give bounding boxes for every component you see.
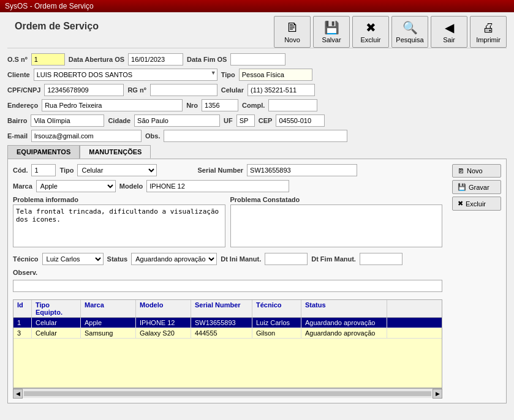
scroll-track[interactable] — [24, 391, 431, 396]
bairro-label: Bairro — [7, 117, 27, 124]
obs-main-input[interactable] — [164, 130, 347, 142]
nro-input[interactable] — [202, 99, 238, 111]
col-header-tipo: Tipo Equipto. — [32, 300, 81, 317]
row-cliente: Cliente ▼ Tipo — [7, 69, 507, 81]
bairro-input[interactable] — [31, 114, 104, 127]
table-row[interactable]: 1 Celular Apple IPHONE 12 SW13655893 Lui… — [13, 318, 442, 328]
cell-id: 1 — [13, 318, 32, 328]
sair-label: Sair — [443, 36, 455, 43]
obs-main-label: Obs. — [145, 132, 160, 140]
observ-input[interactable] — [13, 280, 442, 292]
imprimir-icon: 🖨 — [482, 21, 494, 35]
equip-tipo-select[interactable]: Celular — [77, 164, 157, 176]
cliente-label: Cliente — [7, 71, 30, 78]
problema-constatado-section: Problema Constatado — [230, 196, 443, 249]
cep-input[interactable] — [276, 114, 325, 127]
compl-input[interactable] — [268, 99, 317, 111]
status-select[interactable]: Aguardando aprovação — [131, 253, 217, 265]
email-label: E-mail — [7, 132, 28, 140]
novo-button[interactable]: 🖹 Novo — [274, 16, 311, 48]
excluir-button[interactable]: ✖ Excluir — [352, 16, 389, 48]
dt-fim-input[interactable] — [360, 253, 403, 265]
cell-modelo: IPHONE 12 — [136, 318, 191, 328]
dt-ini-input[interactable] — [265, 253, 308, 265]
sair-button[interactable]: ◀ Sair — [431, 16, 467, 48]
horizontal-scrollbar[interactable]: ◀ ▶ — [13, 388, 442, 398]
equip-gravar-label: Gravar — [469, 184, 489, 191]
cell-id: 3 — [13, 328, 32, 338]
col-header-tecnico: Técnico — [252, 300, 301, 317]
data-fim-input[interactable] — [230, 53, 285, 66]
os-num-label: O.S nº — [7, 56, 28, 63]
os-num-input[interactable] — [31, 53, 65, 66]
cliente-input[interactable] — [34, 69, 217, 81]
equip-tipo-label: Tipo — [59, 167, 74, 174]
equip-marca-select[interactable]: Apple — [36, 180, 116, 192]
cell-tecnico: Luiz Carlos — [252, 318, 301, 328]
cliente-dropdown-icon: ▼ — [211, 70, 216, 76]
tipo-input[interactable] — [239, 69, 312, 81]
data-abertura-input[interactable] — [128, 53, 183, 66]
col-header-status: Status — [301, 300, 387, 317]
endereco-input[interactable] — [42, 99, 183, 111]
equip-modelo-label: Modelo — [119, 182, 143, 190]
equip-novo-label: Novo — [467, 167, 483, 174]
col-header-serial: Serial Number — [191, 300, 252, 317]
pesquisa-icon: 🔍 — [403, 20, 418, 35]
equip-gravar-button[interactable]: 💾 Gravar — [452, 180, 501, 194]
email-input[interactable] — [31, 130, 142, 142]
equip-form: Cód. Tipo Celular Serial Number — [13, 164, 442, 398]
equip-novo-icon: 🖹 — [458, 167, 464, 174]
cidade-input[interactable] — [134, 114, 220, 127]
problema-informado-input[interactable]: Tela frontal trincada, dificultando a vi… — [13, 204, 225, 247]
celular-input[interactable] — [248, 84, 315, 96]
problema-informado-label: Problema informado — [13, 196, 225, 203]
rg-input[interactable] — [150, 84, 217, 96]
table-row[interactable]: 3 Celular Samsung Galaxy S20 444555 Gils… — [13, 328, 442, 339]
celular-label: Celular — [221, 86, 244, 94]
dt-fim-label: Dt Fim Manut. — [311, 255, 356, 263]
problema-constatado-input[interactable] — [230, 204, 443, 247]
equip-excluir-button[interactable]: ✖ Excluir — [452, 197, 501, 211]
row-os: O.S nº Data Abertura OS Data Fim OS — [7, 53, 507, 66]
cell-tipo: Celular — [32, 318, 81, 328]
equip-excluir-label: Excluir — [466, 200, 486, 208]
equip-excluir-icon: ✖ — [458, 200, 463, 208]
tab-manutencoes[interactable]: MANUTENÇÕES — [80, 145, 151, 159]
excluir-label: Excluir — [360, 36, 380, 43]
novo-icon: 🖹 — [286, 21, 298, 35]
main-window: Ordem de Serviço 🖹 Novo 💾 Salvar ✖ Exclu… — [0, 12, 514, 420]
tecnico-label: Técnico — [13, 255, 39, 263]
col-header-modelo: Modelo — [136, 300, 191, 317]
salvar-button[interactable]: 💾 Salvar — [313, 16, 350, 48]
nro-label: Nro — [186, 102, 198, 109]
imprimir-button[interactable]: 🖨 Imprimir — [470, 16, 507, 48]
tab-equipamentos[interactable]: EQUIPAMENTOS — [7, 145, 80, 159]
cell-serial: SW13655893 — [191, 318, 252, 328]
equip-row-problema: Problema informado Tela frontal trincada… — [13, 196, 442, 249]
imprimir-label: Imprimir — [476, 36, 501, 43]
equip-row-cod: Cód. Tipo Celular Serial Number — [13, 164, 442, 176]
row-endereco: Endereço Nro Compl. — [7, 99, 507, 111]
grid-empty-area — [13, 339, 442, 388]
equip-cod-label: Cód. — [13, 167, 28, 174]
equip-modelo-input[interactable] — [146, 180, 289, 192]
grid-header: Id Tipo Equipto. Marca Modelo Serial Num… — [13, 300, 442, 318]
problema-constatado-label: Problema Constatado — [230, 196, 443, 203]
equip-row-marca: Marca Apple Modelo — [13, 180, 442, 192]
uf-input[interactable] — [236, 114, 255, 127]
equip-cod-input[interactable] — [31, 164, 56, 176]
cell-tecnico: Gilson — [252, 328, 301, 338]
pesquisa-label: Pesquisa — [396, 36, 423, 43]
cidade-label: Cidade — [108, 117, 130, 124]
uf-label: UF — [224, 117, 233, 124]
tecnico-select[interactable]: Luiz Carlos — [42, 253, 104, 265]
scroll-left-btn[interactable]: ◀ — [13, 389, 23, 399]
equip-serial-input[interactable] — [247, 164, 357, 176]
pesquisa-button[interactable]: 🔍 Pesquisa — [391, 16, 428, 48]
equip-novo-button[interactable]: 🖹 Novo — [452, 164, 501, 178]
cpf-input[interactable] — [44, 84, 124, 96]
scroll-right-btn[interactable]: ▶ — [433, 389, 442, 399]
window-title: Ordem de Serviço — [7, 16, 106, 34]
row-bairro: Bairro Cidade UF CEP — [7, 114, 507, 127]
